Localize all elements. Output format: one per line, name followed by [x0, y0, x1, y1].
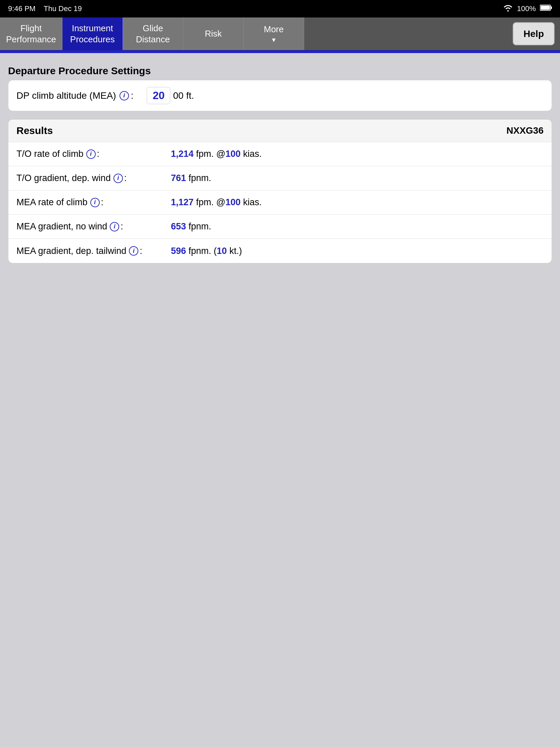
tab-flight-performance[interactable]: FlightPerformance: [0, 18, 62, 50]
battery-percentage: 100%: [517, 4, 536, 13]
dp-row: DP climb altitude (MEA) i: 00 ft.: [8, 80, 552, 111]
mea-nowind-info-icon[interactable]: i: [110, 222, 119, 231]
svg-rect-2: [540, 6, 550, 10]
result-row-mea-gradient-nowind: MEA gradient, no wind i: 653 fpnm.: [8, 215, 552, 239]
tab-flight-performance-label: FlightPerformance: [6, 23, 56, 45]
result-value-mea-tailwind: 596 fpnm. (10 kt.): [171, 246, 242, 256]
result-row-to-climb: T/O rate of climb i: 1,214 fpm. @100 kia…: [8, 142, 552, 166]
tab-instrument-procedures[interactable]: InstrumentProcedures: [62, 18, 123, 50]
status-bar: 9:46 PM Thu Dec 19 100%: [0, 0, 560, 18]
mea-climb-info-icon[interactable]: i: [90, 198, 100, 207]
result-value-mea-climb: 1,127 fpm. @100 kias.: [171, 197, 262, 208]
results-header: Results NXXG36: [8, 120, 552, 142]
svg-rect-1: [551, 6, 552, 9]
status-date: Thu Dec 19: [44, 4, 82, 13]
dp-unit: 00 ft.: [173, 91, 194, 101]
to-gradient-info-icon[interactable]: i: [113, 174, 123, 183]
result-row-mea-tailwind: MEA gradient, dep. tailwind i: 596 fpnm.…: [8, 239, 552, 263]
result-label-mea-gradient-nowind: MEA gradient, no wind i:: [17, 221, 161, 232]
battery-icon: [540, 4, 552, 13]
wifi-icon: [503, 4, 513, 14]
result-label-mea-tailwind: MEA gradient, dep. tailwind i:: [17, 246, 161, 256]
tab-instrument-procedures-label: InstrumentProcedures: [70, 23, 115, 45]
section-title: Departure Procedure Settings: [8, 60, 552, 80]
dp-label: DP climb altitude (MEA) i:: [17, 91, 133, 101]
tab-glide-distance-label: GlideDistance: [136, 23, 170, 45]
nav-bar: FlightPerformance InstrumentProcedures G…: [0, 18, 560, 51]
to-climb-info-icon[interactable]: i: [86, 150, 96, 159]
status-time: 9:46 PM: [8, 4, 35, 13]
tab-risk-label: Risk: [205, 28, 222, 39]
tab-risk[interactable]: Risk: [183, 18, 244, 50]
dp-settings-card: DP climb altitude (MEA) i: 00 ft.: [8, 80, 552, 111]
dp-climb-input[interactable]: [147, 87, 170, 104]
results-title: Results: [17, 125, 53, 136]
result-value-to-climb: 1,214 fpm. @100 kias.: [171, 149, 262, 159]
result-label-to-climb: T/O rate of climb i:: [17, 149, 161, 159]
tab-more[interactable]: More▼: [244, 18, 304, 50]
result-value-to-gradient: 761 fpnm.: [171, 173, 211, 183]
mea-tailwind-info-icon[interactable]: i: [129, 246, 138, 256]
dp-value-area: 00 ft.: [147, 87, 194, 104]
result-row-mea-climb: MEA rate of climb i: 1,127 fpm. @100 kia…: [8, 190, 552, 215]
results-card: Results NXXG36 T/O rate of climb i: 1,21…: [8, 119, 552, 263]
result-value-mea-gradient-nowind: 653 fpnm.: [171, 221, 211, 232]
dp-info-icon[interactable]: i: [119, 91, 129, 100]
content-area: Departure Procedure Settings DP climb al…: [0, 53, 560, 278]
tab-glide-distance[interactable]: GlideDistance: [123, 18, 183, 50]
status-right: 100%: [503, 4, 552, 14]
result-label-to-gradient: T/O gradient, dep. wind i:: [17, 173, 161, 183]
results-aircraft-id: NXXG36: [507, 125, 544, 136]
help-button[interactable]: Help: [513, 22, 555, 45]
result-label-mea-climb: MEA rate of climb i:: [17, 197, 161, 208]
result-row-to-gradient: T/O gradient, dep. wind i: 761 fpnm.: [8, 166, 552, 190]
tab-more-label: More▼: [264, 24, 284, 44]
status-time-date: 9:46 PM Thu Dec 19: [8, 4, 82, 13]
